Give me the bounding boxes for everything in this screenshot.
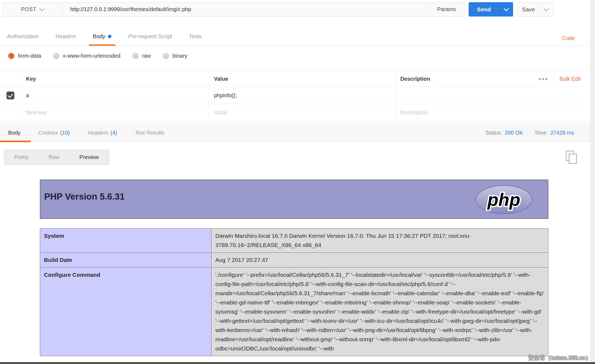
radio-icon <box>132 53 139 59</box>
table-row: Configure Command './configure' '--prefi… <box>40 268 548 356</box>
info-label: System <box>40 229 212 253</box>
body-mode-radios: form-data x-www-form-urlencoded raw bina… <box>0 48 187 64</box>
php-logo: php <box>475 185 533 214</box>
table-new-row: New key Value Description <box>0 104 590 121</box>
php-version-title: PHP Version 5.6.31 <box>44 191 125 202</box>
method-label: POST <box>21 6 36 12</box>
radio-label: form-data <box>18 53 41 59</box>
time-label: Time: <box>535 130 548 136</box>
request-tabs: Authorization Headers Body Pre-request S… <box>0 27 590 46</box>
url-input[interactable]: http://127.0.0.1:9999/usr/themes/default… <box>62 2 429 16</box>
info-label: Build Date <box>40 253 212 268</box>
new-key-field[interactable]: New key <box>21 104 209 121</box>
save-label: Save <box>518 2 539 16</box>
response-tab-headers[interactable]: Headers (4) <box>88 130 117 136</box>
checkbox-checked-icon[interactable] <box>7 92 14 99</box>
tab-headers[interactable]: Headers <box>56 27 76 46</box>
view-preview-button[interactable]: Preview <box>79 154 99 160</box>
time-value: 27428 ms <box>550 130 574 136</box>
response-tab-test-results[interactable]: Test Results <box>135 130 165 136</box>
send-options-button[interactable] <box>500 2 513 17</box>
send-button[interactable]: Send <box>469 2 513 17</box>
tab-label: Headers <box>88 130 108 136</box>
response-tab-body[interactable]: Body <box>8 130 21 136</box>
bottom-bar <box>0 362 595 364</box>
scrollbar[interactable] <box>590 0 595 362</box>
response-tab-cookies[interactable]: Cookies (10) <box>39 130 70 136</box>
radio-icon <box>163 53 169 59</box>
divider <box>553 75 554 83</box>
more-options-icon[interactable] <box>539 78 547 80</box>
url-group: POST http://127.0.0.1:9999/usr/themes/de… <box>3 2 464 17</box>
radio-raw[interactable]: raw <box>132 53 151 59</box>
tab-authorization[interactable]: Authorization <box>7 27 39 46</box>
response-meta: Status: 200 OK Time: 27428 ms <box>485 123 574 142</box>
response-view-toggle: Pretty Raw Preview <box>4 150 109 165</box>
status-value: 200 OK <box>505 130 523 136</box>
tab-label: Headers <box>56 33 76 40</box>
table-header-row: Key Value Description Bulk Edit <box>0 71 590 87</box>
radio-binary[interactable]: binary <box>163 53 187 59</box>
tab-body[interactable]: Body <box>93 27 111 46</box>
copy-icon[interactable] <box>566 151 578 165</box>
radio-label: x-www-form-urlencoded <box>63 53 120 59</box>
info-value: Aug 7 2017 20:27:47 <box>212 253 548 268</box>
column-header-key: Key <box>21 71 209 87</box>
table-actions: Bulk Edit <box>531 71 590 87</box>
bulk-edit-link[interactable]: Bulk Edit <box>559 76 581 82</box>
status-label: Status: <box>485 130 502 136</box>
php-logo-text: php <box>487 190 520 210</box>
view-pretty-button[interactable]: Pretty <box>14 154 28 160</box>
active-tab-underline <box>89 44 115 46</box>
info-value: './configure' '--prefix=/usr/local/Cella… <box>212 268 548 356</box>
key-field[interactable]: a <box>21 87 209 104</box>
tab-label: Authorization <box>7 33 39 40</box>
tab-label: Test Results <box>135 130 165 136</box>
tab-count: (4) <box>110 130 117 136</box>
tab-label: Body <box>8 130 21 136</box>
chevron-down-icon <box>39 6 45 11</box>
url-text: http://127.0.0.1:9999/usr/themes/default… <box>70 6 191 12</box>
request-bar: POST http://127.0.0.1:9999/usr/themes/de… <box>3 2 464 17</box>
status-badge: Status: 200 OK <box>485 130 523 136</box>
send-label: Send <box>469 2 499 17</box>
column-header-value: Value <box>209 71 395 87</box>
params-button[interactable]: Params <box>429 2 464 16</box>
table-row: Build Date Aug 7 2017 20:27:47 <box>40 253 548 268</box>
php-info-table: System Darwin Marshiro.local 16.7.0 Darw… <box>40 228 548 356</box>
active-tab-underline <box>0 141 31 142</box>
row-checkbox-cell <box>0 104 21 121</box>
radio-label: raw <box>142 53 151 59</box>
code-link[interactable]: Code <box>562 35 575 41</box>
watermark: 安全客（bobao.360.cn） <box>528 354 591 362</box>
tab-label: Cookies <box>39 130 58 136</box>
new-value-field[interactable]: Value <box>209 104 395 121</box>
value-field[interactable]: phpinfo(); <box>209 87 395 104</box>
tab-tests[interactable]: Tests <box>189 27 201 46</box>
chevron-down-icon <box>543 6 549 11</box>
postman-window: POST http://127.0.0.1:9999/usr/themes/de… <box>0 0 595 364</box>
method-select[interactable]: POST <box>3 2 62 16</box>
save-button[interactable]: Save <box>517 2 553 17</box>
tab-count: (10) <box>60 130 70 136</box>
tab-label: Pre-request Script <box>128 33 172 40</box>
header-checkbox-cell <box>0 71 21 87</box>
table-row: a phpinfo(); <box>0 87 590 104</box>
time-badge: Time: 27428 ms <box>535 130 574 136</box>
radio-label: binary <box>172 53 187 59</box>
body-has-content-dot-icon <box>108 35 111 38</box>
row-checkbox-cell <box>0 87 21 104</box>
radio-icon <box>53 53 59 59</box>
tab-label: Tests <box>189 33 201 40</box>
description-field[interactable] <box>395 87 531 104</box>
info-label: Configure Command <box>40 268 212 356</box>
save-options-button[interactable] <box>539 2 553 16</box>
php-info-header: PHP Version 5.6.31 php <box>40 180 548 219</box>
radio-x-www-form-urlencoded[interactable]: x-www-form-urlencoded <box>53 53 120 59</box>
radio-form-data[interactable]: form-data <box>8 53 41 59</box>
new-description-field[interactable]: Description <box>395 104 531 121</box>
tab-label: Body <box>93 33 105 40</box>
tab-pre-request-script[interactable]: Pre-request Script <box>128 27 172 46</box>
radio-selected-icon <box>8 53 14 59</box>
view-raw-button[interactable]: Raw <box>49 154 59 160</box>
